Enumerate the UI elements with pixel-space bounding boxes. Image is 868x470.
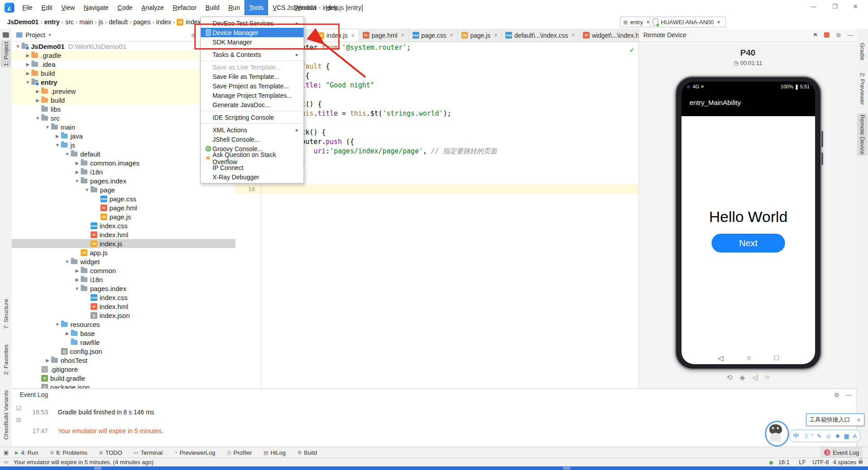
- toolwindow-button-6-problems[interactable]: ⊘6: Problems: [50, 449, 87, 456]
- line-ending[interactable]: LF: [799, 459, 806, 466]
- editor-tab-default-...-index.css[interactable]: cssdefault\...\index.css✕: [502, 29, 579, 42]
- menu-item-x-ray-debugger[interactable]: X-Ray Debugger: [201, 172, 304, 182]
- tree-row-package.json[interactable]: {}package.json: [12, 383, 235, 388]
- tree-row-base[interactable]: ▶base: [12, 329, 235, 338]
- tree-row-index.css[interactable]: cssindex.css: [12, 293, 235, 302]
- chevron-right-icon[interactable]: ▶: [54, 134, 61, 139]
- breadcrumb-item[interactable]: main: [79, 18, 93, 26]
- ime-icon[interactable]: ☽: [803, 433, 808, 440]
- chevron-down-icon[interactable]: ▼: [74, 286, 81, 291]
- ime-icon[interactable]: ”: [812, 433, 813, 440]
- menu-item-ask-question-on-stack-overflow[interactable]: ≋Ask Question on Stack Overflow: [201, 153, 304, 163]
- tree-row-ohosTest[interactable]: ▶ohosTest: [12, 356, 235, 365]
- toolwindow-button-hilog[interactable]: ▤HiLog: [264, 449, 286, 456]
- menubar-item-view[interactable]: View: [57, 0, 79, 15]
- maximize-button[interactable]: ❐: [825, 0, 845, 13]
- breadcrumb-item[interactable]: src: [65, 18, 74, 26]
- caret-position[interactable]: 16:1: [778, 459, 790, 466]
- menubar-item-tools[interactable]: Tools: [244, 0, 268, 15]
- stripe-structure[interactable]: 7: Structure: [3, 299, 9, 329]
- chevron-right-icon[interactable]: ▶: [74, 277, 81, 282]
- close-tab-icon[interactable]: ✕: [494, 32, 498, 38]
- file-encoding[interactable]: UTF-8: [812, 459, 829, 466]
- menu-item-save-project-as-template[interactable]: Save Project as Template...: [201, 81, 304, 91]
- gear-icon[interactable]: ⚙: [834, 392, 839, 398]
- lock-icon[interactable]: [859, 461, 863, 464]
- chevron-down-icon[interactable]: ▼: [44, 125, 51, 130]
- ime-icon[interactable]: ▦: [844, 433, 849, 440]
- editor-tab-widget-...-index.hr[interactable]: Hwidget\...\index.hr: [579, 29, 645, 42]
- stripe-project[interactable]: 1: Project: [1, 40, 11, 68]
- tool-window-switcher-icon[interactable]: [3, 32, 9, 38]
- filter-events-icon[interactable]: ☑: [16, 405, 22, 412]
- pin-icon[interactable]: ⚑: [813, 32, 818, 39]
- chevron-down-icon[interactable]: ▼: [24, 80, 31, 85]
- close-tab-icon[interactable]: ✕: [571, 32, 575, 38]
- tree-row-resources[interactable]: ▼resources: [12, 320, 235, 329]
- nav-recent-icon[interactable]: □: [774, 354, 779, 362]
- editor-tab-page.js[interactable]: JSpage.js✕: [458, 29, 502, 42]
- menu-item-generate-javadoc[interactable]: Generate JavaDoc...: [201, 100, 304, 109]
- back-icon[interactable]: ◁: [752, 373, 758, 382]
- tree-row-page[interactable]: ▼page: [12, 185, 235, 194]
- toolwindow-button-previewerlog[interactable]: ◔PreviewerLog: [174, 449, 215, 456]
- chevron-right-icon[interactable]: ▶: [24, 53, 31, 58]
- stripe-previewer[interactable]: 2: Previewer: [859, 73, 866, 105]
- close-tab-icon[interactable]: ✕: [450, 32, 454, 38]
- chevron-down-icon[interactable]: ▼: [54, 143, 61, 148]
- locate-file-icon[interactable]: ⊕: [191, 32, 196, 39]
- minimize-panel-icon[interactable]: —: [847, 32, 853, 39]
- tree-row-index.hml[interactable]: Hindex.hml: [12, 230, 235, 239]
- chevron-right-icon[interactable]: ▶: [64, 331, 71, 336]
- chevron-right-icon[interactable]: ▶: [74, 170, 81, 174]
- toolwindow-button-terminal[interactable]: ▭Terminal: [134, 449, 163, 456]
- stripe-favorites[interactable]: 2: Favorites: [3, 344, 9, 375]
- ime-icon[interactable]: A: [853, 433, 857, 440]
- tree-row-index.json[interactable]: {}index.json: [12, 311, 235, 320]
- menu-item-sdk-manager[interactable]: SDK Manager: [201, 37, 304, 47]
- menu-item-tasks-contexts[interactable]: Tasks & Contexts►: [201, 50, 304, 59]
- chevron-right-icon[interactable]: ▶: [74, 268, 81, 273]
- ime-icon[interactable]: 中: [793, 432, 799, 440]
- menubar-item-build[interactable]: Build: [201, 0, 224, 15]
- event-log-button[interactable]: 3 Event Log: [820, 447, 863, 458]
- indent-setting[interactable]: 4 spaces: [833, 459, 856, 466]
- gear-icon[interactable]: ⚙: [836, 32, 841, 39]
- toolwindow-button-build[interactable]: ⚙Build: [297, 449, 317, 456]
- chevron-right-icon[interactable]: ▶: [24, 71, 31, 76]
- editor-tab-page.hml[interactable]: Hpage.hml✕: [359, 29, 409, 42]
- chevron-down-icon[interactable]: ▼: [14, 44, 22, 49]
- tree-row-i18n[interactable]: ▶i18n: [12, 275, 235, 284]
- menubar-item-refactor[interactable]: Refactor: [168, 0, 201, 15]
- menu-item-deveco-test-services[interactable]: DevEco Test Services►: [201, 18, 304, 28]
- breadcrumb-item[interactable]: default: [109, 18, 128, 26]
- menu-item-device-manager[interactable]: Device Manager: [201, 28, 304, 37]
- chevron-right-icon[interactable]: ▶: [34, 89, 41, 94]
- close-tab-icon[interactable]: ✕: [400, 32, 404, 38]
- stripe-gradle[interactable]: Gradle: [859, 43, 866, 60]
- nav-home-icon[interactable]: ○: [746, 354, 751, 362]
- ime-icon[interactable]: ✎: [817, 433, 822, 440]
- tree-row-page.js[interactable]: JSpage.js: [12, 212, 235, 221]
- nav-back-icon[interactable]: ◁: [718, 354, 723, 362]
- close-icon[interactable]: ✕: [856, 417, 861, 423]
- chevron-down-icon[interactable]: ▼: [64, 259, 71, 264]
- chevron-right-icon[interactable]: ▶: [44, 358, 51, 363]
- editor-tab-index.js[interactable]: JSindex.js✕: [314, 29, 359, 42]
- breadcrumb-item[interactable]: JsDemo01: [7, 18, 39, 26]
- phone-screen[interactable]: 4G ≋ 100% ❚ 5:51 entry_MainAbility Hello…: [681, 82, 815, 364]
- chevron-right-icon[interactable]: ▶: [34, 98, 41, 103]
- menu-item-save-file-as-template[interactable]: Save File as Template...: [201, 72, 304, 81]
- tree-row-page.hml[interactable]: Hpage.hml: [12, 203, 235, 212]
- next-button[interactable]: Next: [712, 234, 785, 252]
- record-icon[interactable]: [824, 32, 829, 38]
- taskbar-app-icon[interactable]: [94, 467, 101, 470]
- tree-row-rawfile[interactable]: rawfile: [12, 338, 235, 347]
- close-button[interactable]: ✕: [846, 0, 865, 13]
- breadcrumb-item[interactable]: entry: [44, 18, 60, 26]
- tool-switcher-icon[interactable]: ▣: [4, 449, 9, 456]
- ime-icon[interactable]: ☺: [825, 433, 831, 440]
- breadcrumb-item[interactable]: pages: [134, 18, 151, 26]
- tree-row-widget[interactable]: ▼widget: [12, 257, 235, 266]
- tree-row-index.css[interactable]: cssindex.css: [12, 221, 235, 230]
